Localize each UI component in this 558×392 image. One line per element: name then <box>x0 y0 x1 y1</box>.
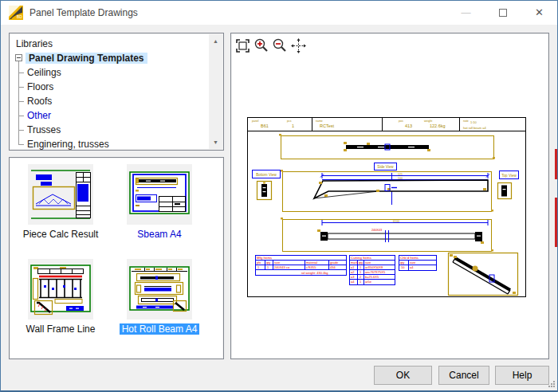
close-button[interactable]: ✕ <box>521 1 557 25</box>
svg-text:mark: mark <box>351 261 358 265</box>
svg-text:name: name <box>316 120 323 123</box>
thumbnail-hot-roll-beam-a4[interactable] <box>127 259 192 319</box>
preview-canvas[interactable]: panel pcs name pos weight note B61 1 RCT… <box>231 56 550 359</box>
svg-text:Mfg Items: Mfg Items <box>257 256 273 260</box>
svg-text:material: material <box>306 261 317 265</box>
tree-tick <box>18 116 24 116</box>
help-button[interactable]: Help <box>495 366 549 385</box>
svg-text:panel: panel <box>252 120 259 123</box>
svg-text:ar5e: ar5e <box>365 280 372 284</box>
ok-button[interactable]: OK <box>374 366 432 385</box>
thumbnail-label: Piece Calc Result <box>10 229 112 240</box>
tree-item-enginering-trusses[interactable]: Enginering, trusses <box>27 137 109 151</box>
svg-text:size: size <box>274 261 281 265</box>
tree-scrollbar[interactable]: ▲ ▼ <box>209 34 222 149</box>
svg-text:RCTest: RCTest <box>320 123 335 128</box>
sbeam-a4-image <box>127 164 192 225</box>
svg-text:a1: a1 <box>351 265 355 269</box>
thumbnail-label: Sbeam A4 <box>108 229 210 240</box>
scroll-down-icon[interactable]: ▼ <box>209 135 222 149</box>
zoom-extents-button[interactable] <box>234 37 252 55</box>
svg-text:a3: a3 <box>351 275 355 279</box>
svg-text:qty: qty <box>400 261 404 265</box>
thumbnail-sbeam-a4[interactable] <box>127 164 192 225</box>
side-view-label: Side View <box>377 165 394 169</box>
svg-text:c/S355: c/S355 <box>306 265 316 269</box>
svg-text:hot roll beam a4: hot roll beam a4 <box>463 126 486 130</box>
label-sbeam-a4[interactable]: Sbeam A4 <box>137 229 181 240</box>
svg-text:10: 10 <box>401 265 405 269</box>
svg-text:anc767X75X5: anc767X75X5 <box>365 270 386 274</box>
svg-text:pos: pos <box>399 120 403 123</box>
tree-item-floors[interactable]: Floors <box>27 80 53 94</box>
tree-item-ceilings[interactable]: Ceilings <box>27 65 61 80</box>
preview-panel: panel pcs name pos weight note B61 1 RCT… <box>230 33 549 359</box>
svg-text:6100: 6100 <box>393 220 399 223</box>
zoom-in-button[interactable] <box>252 37 270 55</box>
zoom-extents-icon <box>234 37 252 55</box>
svg-text:weight: weight <box>424 120 432 123</box>
svg-text:note: note <box>463 120 469 123</box>
thumbnail-wall-frame-line[interactable] <box>28 259 93 319</box>
svg-text:B61: B61 <box>261 123 269 128</box>
scroll-up-icon[interactable]: ▲ <box>209 34 222 48</box>
svg-text:413: 413 <box>405 123 412 128</box>
zoom-in-icon <box>252 37 270 55</box>
svg-text:grade: grade <box>330 261 339 265</box>
title-bar[interactable]: BD Panel Template Drawings — ✕ <box>1 1 557 25</box>
svg-text:qty: qty <box>266 261 270 265</box>
tree-item-other[interactable]: Other <box>27 108 51 123</box>
bottom-view-label: Bottom View <box>256 173 277 177</box>
svg-text:1:10: 1:10 <box>470 120 477 124</box>
tree-item-trusses[interactable]: Trusses <box>27 123 61 137</box>
zoom-out-icon <box>270 37 289 55</box>
zoom-out-button[interactable] <box>270 37 289 55</box>
label-hot-roll-beam-a4[interactable]: Hot Roll Beam A4 <box>120 323 200 335</box>
svg-text:240X43 co: 240X43 co <box>274 265 290 269</box>
tree-tick <box>18 87 24 88</box>
svg-text:a4: a4 <box>410 265 414 269</box>
thumbnail-piece-calc-result[interactable] <box>28 164 93 225</box>
minimize-button[interactable]: — <box>448 1 484 25</box>
window-title: Panel Template Drawings <box>29 7 138 18</box>
pan-button[interactable] <box>289 37 308 55</box>
maximize-button[interactable] <box>485 1 521 25</box>
cancel-button[interactable]: Cancel <box>438 366 489 385</box>
svg-text:Chk'd Items: Chk'd Items <box>400 256 419 260</box>
svg-text:size: size <box>365 261 371 265</box>
template-gallery: Piece Calc Result <box>9 157 224 359</box>
edge-artifact <box>555 149 557 179</box>
tree-tick <box>18 130 24 131</box>
tree-item-roofs[interactable]: Roofs <box>27 94 52 108</box>
tree-item-panel-drawing-templates[interactable]: Panel Drawing Templates <box>26 51 207 65</box>
pan-icon <box>289 37 308 55</box>
top-view-label: Top View <box>501 174 517 178</box>
svg-text:a4: a4 <box>351 280 355 284</box>
svg-text:pcs: pcs <box>287 120 292 123</box>
tree-tick <box>18 101 24 102</box>
svg-text:pfx: pfx <box>257 261 261 265</box>
hot-roll-beam-a4-image <box>127 259 192 319</box>
label-piece-calc-result[interactable]: Piece Calc Result <box>23 229 99 240</box>
svg-text:121: 121 <box>398 173 403 176</box>
svg-text:434: 434 <box>330 265 336 269</box>
library-tree[interactable]: Libraries Panel Drawing Templates Ceilin… <box>9 33 224 151</box>
svg-text:100: 100 <box>398 177 403 180</box>
resize-grip[interactable] <box>548 380 556 388</box>
thumbnail-label: Hot Roll Beam A4 <box>108 323 210 335</box>
tree-expander-minus[interactable] <box>15 54 22 61</box>
svg-text:Cutting Items: Cutting Items <box>351 256 372 260</box>
edge-artifact <box>555 198 557 247</box>
wall-frame-line-image <box>28 259 93 319</box>
maximize-icon <box>499 9 507 17</box>
svg-text:ar350X50X8: ar350X50X8 <box>365 265 383 269</box>
svg-text:size: size <box>410 261 416 265</box>
panel-template-drawings-dialog: BD Panel Template Drawings — ✕ Libraries… <box>0 0 558 392</box>
thumbnail-label: Wall Frame Line <box>10 323 112 335</box>
svg-text:122.6kg: 122.6kg <box>430 123 446 128</box>
svg-text:240X43: 240X43 <box>371 229 382 232</box>
svg-text:BD: BD <box>17 14 22 19</box>
label-wall-frame-line[interactable]: Wall Frame Line <box>26 323 96 335</box>
svg-text:b=25.6X5: b=25.6X5 <box>365 275 379 279</box>
tree-header-libraries: Libraries <box>16 37 53 51</box>
